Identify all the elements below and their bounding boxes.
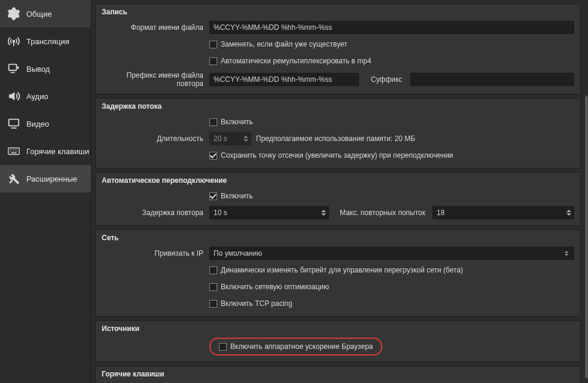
- sidebar-item-general[interactable]: Общие: [0, 0, 91, 27]
- browser-hw-accel-checkbox[interactable]: Включить аппаратное ускорение Браузера: [219, 342, 373, 351]
- bind-ip-select[interactable]: По умолчанию: [209, 247, 574, 260]
- checkbox-box: [209, 266, 217, 274]
- scrollbar-thumb[interactable]: [585, 96, 588, 378]
- checkbox-box: [209, 283, 217, 291]
- tcp-pacing-checkbox[interactable]: Включить TCP pacing: [209, 299, 293, 308]
- checkbox-box: [209, 57, 217, 65]
- sidebar: Общие Трансляция Вывод Аудио Видео Горяч…: [0, 0, 92, 383]
- checkbox-box: [209, 192, 217, 200]
- spinner-handles[interactable]: [565, 207, 572, 219]
- checkbox-label: Динамически изменять битрейт для управле…: [221, 266, 463, 274]
- filename-format-label: Формат имени файла: [102, 23, 209, 32]
- sidebar-item-audio[interactable]: Аудио: [0, 82, 91, 110]
- sidebar-item-hotkeys[interactable]: Горячие клавиши: [0, 137, 91, 165]
- spinner-value[interactable]: [214, 209, 325, 217]
- select-value: По умолчанию: [214, 249, 563, 258]
- sidebar-item-advanced[interactable]: Расширенные: [0, 165, 91, 192]
- checkbox-label: Включить аппаратное ускорение Браузера: [230, 342, 373, 351]
- retry-delay-spinner[interactable]: [209, 206, 329, 219]
- speaker-icon: [7, 90, 20, 103]
- sidebar-item-stream[interactable]: Трансляция: [0, 27, 91, 55]
- antenna-icon: [7, 35, 20, 48]
- delay-preserve-checkbox[interactable]: Сохранить точку отсечки (увеличить задер…: [209, 151, 453, 160]
- bind-ip-label: Привязать к IP: [102, 249, 209, 258]
- section-title: Запись: [102, 8, 574, 16]
- section-title: Источники: [102, 324, 574, 333]
- delay-duration-spinner[interactable]: [209, 132, 251, 145]
- filename-format-input[interactable]: [209, 21, 574, 34]
- net-opt-checkbox[interactable]: Включить сетевую оптимизацию: [209, 283, 329, 291]
- settings-panel: Запись Формат имени файла Заменять, если…: [92, 0, 588, 383]
- scrollbar[interactable]: [584, 0, 588, 383]
- svg-rect-2: [9, 120, 19, 126]
- dyn-bitrate-checkbox[interactable]: Динамически изменять битрейт для управле…: [209, 266, 463, 274]
- checkbox-box: [219, 343, 227, 351]
- checkbox-box: [209, 300, 217, 308]
- sidebar-item-label: Расширенные: [26, 174, 77, 183]
- overwrite-checkbox[interactable]: Заменять, если файл уже существует: [209, 40, 348, 48]
- section-network: Сеть Привязать к IP По умолчанию Динамич…: [95, 229, 581, 317]
- section-hotkeys: Горячие клавиши Поведение фокуса горячих…: [95, 366, 581, 383]
- highlight-ring: Включить аппаратное ускорение Браузера: [209, 338, 382, 356]
- section-title: Горячие клавиши: [102, 370, 574, 378]
- suffix-input[interactable]: [410, 73, 574, 86]
- checkbox-label: Включить сетевую оптимизацию: [221, 283, 329, 291]
- checkbox-box: [209, 118, 217, 126]
- sidebar-item-label: Вывод: [26, 65, 50, 73]
- max-retries-label: Макс. повторных попыток: [334, 209, 428, 217]
- tools-icon: [7, 172, 20, 185]
- checkbox-label: Включить TCP pacing: [221, 299, 293, 308]
- checkbox-box: [209, 41, 217, 48]
- replay-prefix-input[interactable]: [209, 73, 359, 86]
- retry-delay-label: Задержка повтора: [102, 209, 209, 217]
- checkbox-label: Заменять, если файл уже существует: [221, 40, 348, 48]
- reconnect-enable-checkbox[interactable]: Включить: [209, 192, 253, 200]
- sidebar-item-video[interactable]: Видео: [0, 110, 91, 137]
- section-recording: Запись Формат имени файла Заменять, если…: [95, 4, 581, 94]
- output-icon: [7, 62, 20, 75]
- checkbox-label: Сохранить точку отсечки (увеличить задер…: [221, 151, 453, 160]
- section-stream-delay: Задержка потока Включить Длительность Пр…: [95, 98, 581, 168]
- keyboard-icon: [7, 145, 20, 158]
- replay-prefix-label: Префикс имени файла повтора: [102, 71, 209, 88]
- svg-rect-1: [9, 65, 17, 71]
- spinner-value[interactable]: [437, 209, 570, 217]
- delay-duration-label: Длительность: [102, 134, 209, 143]
- section-title: Сеть: [102, 234, 574, 242]
- sidebar-item-label: Общие: [26, 10, 52, 19]
- select-arrows-icon: [563, 251, 570, 256]
- delay-enable-checkbox[interactable]: Включить: [209, 118, 253, 126]
- checkbox-box: [209, 152, 217, 160]
- auto-remux-checkbox[interactable]: Автоматически ремультиплексировать в mp4: [209, 57, 371, 65]
- monitor-icon: [7, 117, 20, 130]
- section-auto-reconnect: Автоматическое переподключение Включить …: [95, 172, 581, 226]
- section-title: Задержка потока: [102, 102, 574, 111]
- spinner-handles[interactable]: [320, 207, 327, 219]
- checkbox-label: Включить: [221, 192, 253, 200]
- sidebar-item-label: Аудио: [26, 92, 48, 101]
- gear-icon: [7, 7, 20, 20]
- sidebar-item-output[interactable]: Вывод: [0, 55, 91, 82]
- checkbox-label: Автоматически ремультиплексировать в mp4: [221, 57, 371, 65]
- section-title: Автоматическое переподключение: [102, 176, 574, 185]
- suffix-label: Суффикс: [364, 75, 406, 84]
- sidebar-item-label: Трансляция: [26, 37, 69, 46]
- delay-memory-text: Предполагаемое использование памяти: 20 …: [256, 134, 415, 143]
- section-sources: Источники Включить аппаратное ускорение …: [95, 320, 581, 362]
- max-retries-spinner[interactable]: [432, 206, 574, 219]
- sidebar-item-label: Видео: [26, 120, 49, 128]
- checkbox-label: Включить: [221, 118, 253, 126]
- sidebar-item-label: Горячие клавиши: [26, 147, 89, 156]
- spinner-handles[interactable]: [242, 133, 249, 145]
